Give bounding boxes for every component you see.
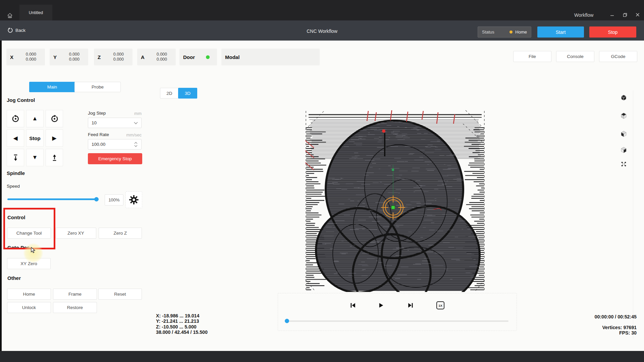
play-icon	[378, 302, 384, 308]
home-status-dot	[509, 31, 513, 34]
play-button[interactable]	[376, 300, 386, 310]
jog-step-select[interactable]: 10	[88, 118, 142, 128]
mouse-cursor-icon	[30, 247, 36, 253]
frame-button[interactable]: Frame	[53, 289, 97, 300]
minimize-icon	[610, 13, 614, 17]
spindle-speed-slider-handle[interactable]	[94, 197, 99, 201]
spindle-settings-button[interactable]	[125, 191, 142, 208]
cube-top-icon	[621, 113, 627, 119]
door-status: Door	[179, 49, 217, 65]
jog-z-plus-button[interactable]	[46, 149, 63, 166]
z-down-icon	[12, 154, 19, 162]
skip-forward-icon	[408, 302, 414, 308]
arrow-up-icon: ▲	[32, 115, 38, 122]
home-button[interactable]: Home	[7, 289, 51, 300]
zero-z-button[interactable]: Zero Z	[99, 228, 142, 239]
jog-rotate-ccw-button[interactable]	[7, 110, 24, 127]
skip-to-start-button[interactable]	[348, 300, 358, 310]
stepper-icons[interactable]	[134, 141, 138, 147]
spindle-speed-slider-track[interactable]	[7, 198, 99, 200]
jog-z-minus-button[interactable]	[7, 149, 24, 166]
stop-button[interactable]: Stop	[589, 26, 636, 38]
tab-probe[interactable]: Probe	[74, 82, 121, 92]
timeline-slider-handle[interactable]	[285, 319, 289, 323]
reset-button[interactable]: Reset	[98, 289, 142, 300]
console-button[interactable]: Console	[556, 51, 594, 62]
gcode-button[interactable]: GCode	[599, 51, 637, 62]
zero-xy-button[interactable]: Zero XY	[55, 228, 96, 239]
emergency-stop-button[interactable]: Emergency Stop	[88, 153, 142, 164]
fps-readout: FPS: 30	[540, 330, 637, 336]
taskbar	[0, 351, 644, 362]
home-icon	[7, 12, 13, 19]
view-side-button[interactable]	[620, 146, 627, 154]
view-iso-button[interactable]	[620, 94, 627, 101]
jog-x-minus-button[interactable]: ◀	[7, 129, 24, 147]
jog-y-minus-button[interactable]: ▼	[26, 149, 44, 166]
tab-3d[interactable]: 3D	[178, 88, 197, 99]
restore-button[interactable]	[621, 11, 629, 18]
restore-machine-button[interactable]: Restore	[53, 302, 97, 313]
axis-readout-x: X 0.000 0.000	[6, 49, 45, 65]
restore-icon	[623, 13, 627, 17]
document-tab[interactable]: Untitled	[19, 5, 52, 20]
jog-x-plus-button[interactable]: ▶	[46, 129, 63, 147]
toolpath-3d-view[interactable]	[305, 110, 485, 292]
axis-machine-value: 0.000	[26, 57, 36, 62]
modal-box: Modal	[221, 49, 320, 65]
other-heading: Other	[7, 275, 21, 281]
change-tool-button[interactable]: Change Tool	[7, 228, 51, 239]
header-bar: Back CNC Workflow Status Home Start Stop	[0, 20, 644, 41]
minimize-button[interactable]	[608, 11, 616, 18]
bounds-y: Y: -21.241 ... 21.213	[156, 318, 208, 324]
app-home-button[interactable]	[5, 11, 14, 19]
cube-iso-icon	[621, 95, 627, 101]
file-button[interactable]: File	[513, 51, 551, 62]
tab-main[interactable]: Main	[29, 82, 75, 92]
view-top-button[interactable]	[620, 112, 627, 119]
feed-rate-input[interactable]: 100.00	[88, 139, 142, 149]
view-front-button[interactable]	[620, 130, 627, 137]
timeline-slider-track[interactable]	[289, 320, 508, 322]
door-label: Door	[179, 54, 195, 60]
arrow-down-icon: ▼	[32, 154, 38, 161]
time-readout: 00:00:00 / 00:52:45	[540, 314, 637, 319]
status-badge: Status Home	[478, 26, 531, 38]
start-button[interactable]: Start	[537, 26, 584, 38]
axis-readout-z: Z 0.000 0.000	[94, 49, 132, 65]
modal-label: Modal	[221, 54, 239, 60]
door-status-dot	[206, 55, 210, 59]
viewer-divider	[633, 90, 633, 339]
bounds-x: X: -18.986 ... 19.014	[156, 313, 208, 318]
close-icon	[636, 13, 640, 17]
z-up-icon	[51, 154, 58, 162]
arrow-right-icon: ▶	[52, 135, 56, 142]
cube-side-icon	[621, 147, 627, 153]
fit-view-button[interactable]	[620, 160, 627, 168]
status-label: Status	[478, 29, 494, 35]
jog-y-plus-button[interactable]: ▲	[26, 110, 44, 127]
playback-speed-button[interactable]: 1X	[436, 301, 444, 309]
axis-work-value: 0.000	[26, 52, 36, 57]
rotate-ccw-icon	[11, 115, 20, 123]
gear-icon	[129, 195, 139, 205]
arrow-left-icon: ◀	[13, 135, 17, 142]
feed-rate-label: Feed Rate	[88, 132, 109, 137]
spindle-speed-value: 100%	[105, 194, 123, 205]
jog-rotate-cw-button[interactable]	[46, 110, 63, 127]
tab-2d[interactable]: 2D	[160, 88, 179, 99]
jog-stop-button[interactable]: Stop	[26, 129, 44, 147]
skip-to-end-button[interactable]	[406, 300, 416, 310]
skip-back-icon	[350, 302, 356, 308]
unlock-button[interactable]: Unlock	[7, 302, 51, 313]
bounds-readout: X: -18.986 ... 19.014 Y: -21.241 ... 21.…	[156, 313, 208, 335]
document-tab-title: Untitled	[29, 10, 43, 15]
bounds-size: 38.000 / 42.454 / 15.500	[156, 329, 208, 335]
titlebar: Untitled Workflow	[0, 0, 644, 20]
close-button[interactable]	[634, 11, 642, 18]
control-heading: Control	[7, 215, 25, 220]
spindle-speed-label: Speed	[7, 184, 20, 189]
jog-step-label: Jog Step	[88, 111, 106, 116]
app-name-label: Workflow	[574, 12, 593, 18]
status-value: Home	[513, 29, 531, 35]
